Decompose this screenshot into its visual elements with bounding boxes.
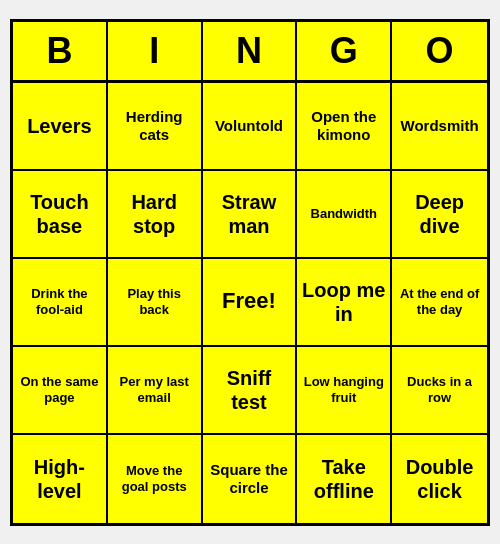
bingo-cell-5[interactable]: Touch base bbox=[13, 171, 108, 259]
bingo-grid: LeversHerding catsVoluntoldOpen the kimo… bbox=[13, 83, 487, 523]
cell-text-5: Touch base bbox=[17, 190, 102, 238]
bingo-cell-1[interactable]: Herding cats bbox=[108, 83, 203, 171]
cell-text-11: Play this back bbox=[112, 286, 197, 317]
cell-text-22: Square the circle bbox=[207, 461, 292, 497]
bingo-cell-17[interactable]: Sniff test bbox=[203, 347, 298, 435]
cell-text-8: Bandwidth bbox=[311, 206, 377, 222]
cell-text-3: Open the kimono bbox=[301, 108, 386, 144]
cell-text-21: Move the goal posts bbox=[112, 463, 197, 494]
cell-text-6: Hard stop bbox=[112, 190, 197, 238]
header-i: I bbox=[108, 22, 203, 80]
header-n: N bbox=[203, 22, 298, 80]
bingo-cell-15[interactable]: On the same page bbox=[13, 347, 108, 435]
header-b: B bbox=[13, 22, 108, 80]
bingo-header: B I N G O bbox=[13, 22, 487, 83]
bingo-cell-19[interactable]: Ducks in a row bbox=[392, 347, 487, 435]
bingo-cell-3[interactable]: Open the kimono bbox=[297, 83, 392, 171]
bingo-cell-22[interactable]: Square the circle bbox=[203, 435, 298, 523]
cell-text-19: Ducks in a row bbox=[396, 374, 483, 405]
bingo-cell-18[interactable]: Low hanging fruit bbox=[297, 347, 392, 435]
cell-text-1: Herding cats bbox=[112, 108, 197, 144]
cell-text-20: High-level bbox=[17, 455, 102, 503]
bingo-cell-0[interactable]: Levers bbox=[13, 83, 108, 171]
cell-text-18: Low hanging fruit bbox=[301, 374, 386, 405]
bingo-cell-16[interactable]: Per my last email bbox=[108, 347, 203, 435]
cell-text-4: Wordsmith bbox=[401, 117, 479, 135]
bingo-cell-8[interactable]: Bandwidth bbox=[297, 171, 392, 259]
bingo-cell-4[interactable]: Wordsmith bbox=[392, 83, 487, 171]
bingo-cell-13[interactable]: Loop me in bbox=[297, 259, 392, 347]
cell-text-2: Voluntold bbox=[215, 117, 283, 135]
cell-text-15: On the same page bbox=[17, 374, 102, 405]
bingo-cell-12[interactable]: Free! bbox=[203, 259, 298, 347]
cell-text-23: Take offline bbox=[301, 455, 386, 503]
cell-text-10: Drink the fool-aid bbox=[17, 286, 102, 317]
header-o: O bbox=[392, 22, 487, 80]
cell-text-14: At the end of the day bbox=[396, 286, 483, 317]
bingo-cell-20[interactable]: High-level bbox=[13, 435, 108, 523]
cell-text-12: Free! bbox=[222, 288, 276, 314]
cell-text-9: Deep dive bbox=[396, 190, 483, 238]
cell-text-7: Straw man bbox=[207, 190, 292, 238]
header-g: G bbox=[297, 22, 392, 80]
bingo-cell-21[interactable]: Move the goal posts bbox=[108, 435, 203, 523]
bingo-cell-24[interactable]: Double click bbox=[392, 435, 487, 523]
bingo-cell-2[interactable]: Voluntold bbox=[203, 83, 298, 171]
bingo-cell-6[interactable]: Hard stop bbox=[108, 171, 203, 259]
bingo-cell-9[interactable]: Deep dive bbox=[392, 171, 487, 259]
cell-text-13: Loop me in bbox=[301, 278, 386, 326]
bingo-cell-7[interactable]: Straw man bbox=[203, 171, 298, 259]
bingo-cell-14[interactable]: At the end of the day bbox=[392, 259, 487, 347]
bingo-card: B I N G O LeversHerding catsVoluntoldOpe… bbox=[10, 19, 490, 526]
cell-text-0: Levers bbox=[27, 114, 92, 138]
bingo-cell-23[interactable]: Take offline bbox=[297, 435, 392, 523]
cell-text-17: Sniff test bbox=[207, 366, 292, 414]
cell-text-24: Double click bbox=[396, 455, 483, 503]
cell-text-16: Per my last email bbox=[112, 374, 197, 405]
bingo-cell-11[interactable]: Play this back bbox=[108, 259, 203, 347]
bingo-cell-10[interactable]: Drink the fool-aid bbox=[13, 259, 108, 347]
